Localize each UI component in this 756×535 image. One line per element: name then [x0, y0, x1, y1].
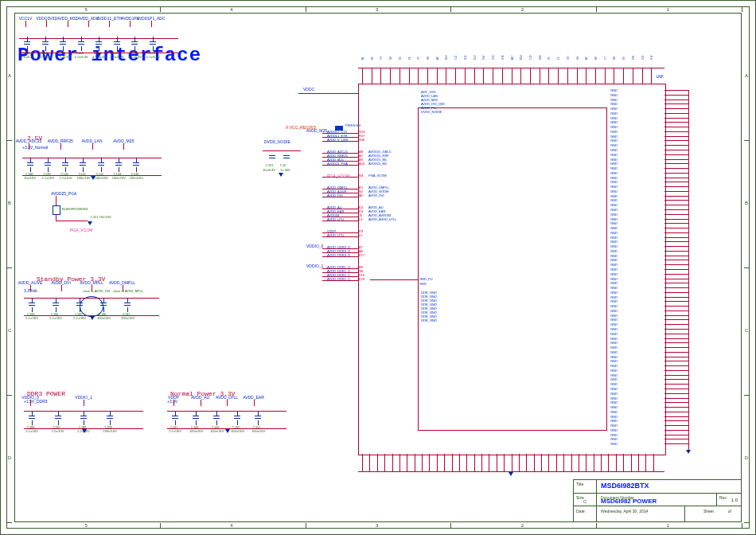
ic-gnd-52: GND	[610, 327, 618, 331]
ic-right-net-5: DVDD_NODIE	[421, 110, 442, 114]
ic-gnd-60: GND	[610, 364, 618, 368]
ic-gnd-13: GND	[610, 148, 618, 152]
capval-C143: 100n/16V	[112, 176, 126, 180]
capval-C149: 100n/16V	[210, 429, 224, 433]
tb-rev: 1.0	[731, 498, 738, 502]
ic-gnd-59: GND	[610, 359, 618, 363]
group-25v: +3.3V_Normal AVDD_ADC25AVDD_RRF25AVDD_LA…	[22, 140, 162, 196]
fb-cap: C151 10n/16V	[91, 215, 111, 219]
ic-gnd-58: GND	[610, 355, 618, 359]
fb-part: BLM18PG330SN1	[62, 207, 88, 211]
ic-gnd-50: GND	[610, 318, 618, 322]
frame-col-5: 5	[84, 523, 87, 528]
capval-C167: 4.7u/6.3V	[111, 55, 124, 59]
capval-C168: 4.7u/6.3V	[128, 55, 142, 59]
frame-col-2: 2	[521, 7, 524, 12]
ic-gnd-45: GND	[610, 295, 618, 299]
ic-gnd-25: GND	[610, 203, 618, 207]
ic-gnd-4: GND	[610, 107, 618, 111]
ic-top-pin-2: C3	[380, 57, 383, 60]
capval-C138: 10u/10V	[24, 176, 36, 180]
ic-gnd-73: GND	[610, 424, 618, 428]
ic-gnd-2: GND	[610, 98, 618, 102]
ic-gnd-61: GND	[610, 369, 618, 373]
ic-top-pin-8: A9	[436, 57, 439, 60]
ic-gnd-76: GND	[610, 437, 618, 441]
ic-gnd-44: GND	[610, 291, 618, 295]
ic-gnd-54: GND	[610, 337, 618, 341]
capval-C140: 2.2u/10V	[59, 176, 72, 180]
ic-left-pin-AVDD_V_USB-2: AVDD_V_USB	[327, 138, 348, 142]
ic-gnd-63: GND	[610, 377, 618, 381]
frame-row-A: A	[8, 73, 11, 78]
ic-gnd-33: GND	[610, 240, 618, 244]
schematic-sheet: // we'll populate ticks after data loads…	[0, 0, 756, 535]
ic-gnd-35: GND	[610, 249, 618, 253]
dvdd-c2: C19	[280, 163, 286, 167]
ic-gnd-36: GND	[610, 254, 618, 258]
ic-gnd-8: GND	[610, 125, 618, 129]
ic-gnd-47: GND	[610, 304, 618, 308]
frame-col-3: 3	[376, 523, 378, 528]
gnd-pu: GND_PU	[419, 277, 433, 281]
ic-left-net-VDDIO_1: VDDIO_1	[306, 264, 323, 268]
ic-top-pin-18: C19	[529, 55, 532, 60]
ic-top-pin-5: F6	[408, 57, 411, 60]
tb-doc: MSD6I982 POWER	[601, 498, 657, 505]
tb-rev-label: Rev	[719, 495, 727, 500]
ic-top-pin-3: D4	[389, 57, 392, 60]
ic-left-pin-AVDD_LPLL-3: AVDD_LPLL	[327, 217, 345, 221]
dvdd-label: DVDD_NODIE	[264, 139, 290, 144]
ic-top-pin-13: F14	[482, 56, 485, 60]
ic-gnd-15: GND	[610, 158, 618, 162]
capval-C189: 100n/16V	[103, 429, 117, 433]
ic-left-pin-AVDD_LPLL-1: AVDD_LPLL	[327, 233, 345, 237]
capval-C162: 4.7u/6.3V	[21, 55, 34, 59]
ic-gnd-66: GND	[610, 392, 618, 396]
ic-top-pin-27: D8	[613, 57, 616, 60]
ic-gnd-57: GND	[610, 350, 618, 354]
capval-C165: 4.7u/6.3V	[75, 55, 88, 59]
frame-row-D: D	[745, 455, 748, 460]
ic-left-pin-AVDD_DDR1_C-3: AVDD_DDR1_C	[327, 277, 350, 281]
ic-gnd-14: GND	[610, 153, 618, 157]
tvrkn-stub: TVRKN 6N	[345, 123, 360, 127]
group-standby: 3.3Vstb AVDD_ALIVEAVDD_DVIAVDD_MPLLAVDD_…	[24, 282, 159, 330]
ic-gnd-43: GND	[610, 286, 618, 290]
ic-gnd-30: GND	[610, 226, 618, 230]
capval-C170: 4.7u/6.3V	[146, 55, 160, 59]
in-25v: +3.3V_Normal	[22, 145, 48, 150]
ic-gnd-75: GND	[610, 433, 618, 437]
ic-top-pin-28: E9	[622, 57, 625, 60]
ic-gnd-42: GND	[610, 281, 618, 285]
capval-C152: 100n/16V	[251, 429, 265, 433]
ic-top-pin-6: G7	[417, 57, 420, 60]
frame-col-2: 2	[521, 523, 524, 528]
gnd-g: GND	[419, 282, 427, 286]
tb-date-label: Date:	[576, 509, 586, 514]
ic-top-pin-26: C7	[604, 57, 607, 60]
ic-top-pin-4: E5	[399, 57, 402, 60]
ic-inner	[418, 107, 607, 431]
ic-gnd-38: GND	[610, 263, 618, 267]
ic-gnd-39: GND	[610, 268, 618, 271]
ic-gnd-68: GND	[610, 400, 618, 404]
group-normal33: +3.3V VDDPAVDD_AUAVDD_LPLLAVDD_EAR C1472…	[167, 396, 286, 441]
ic-top-pin-22: G3	[567, 57, 570, 60]
capval-C164: 4.7u/6.3V	[57, 55, 70, 59]
ic-left-out-AVDD_AVDD_LPLL: AVDD_AVDD_LPLL	[368, 217, 396, 221]
stb-note-1: close to AVDD_MPLL	[113, 289, 143, 293]
ic-gnd-26: GND	[610, 208, 618, 212]
ic-ref: U6F	[657, 74, 664, 79]
ic-top-pin-31: H12	[650, 55, 653, 60]
ic-top-pin-1: B2	[371, 57, 374, 60]
ic-gnd-34: GND	[610, 244, 618, 248]
ic-top-pin-24: A5	[585, 57, 588, 60]
capval-C141: 100n/16V	[76, 176, 90, 180]
ic-top-pin-17: B18	[520, 56, 523, 60]
ic-gnd-1: GND	[610, 93, 618, 97]
tb-title: MSD6I982BTX	[601, 482, 649, 490]
capval-C137: 100n/16V	[121, 316, 134, 320]
capval-C139: 2.2u/10V	[41, 176, 54, 180]
ic-gnd-62: GND	[610, 373, 618, 377]
